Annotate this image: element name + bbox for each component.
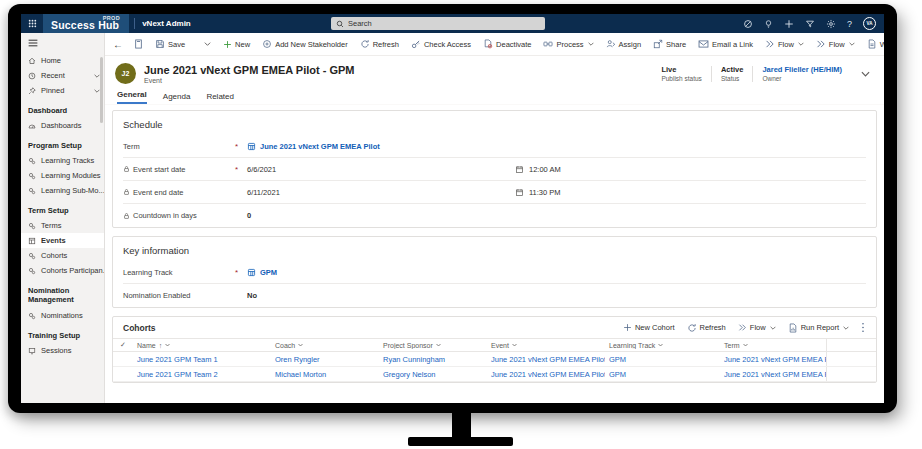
sidebar-item-home[interactable]: Home [21,53,104,68]
sidebar-item-events[interactable]: Events [21,233,104,248]
record-avatar: J2 [115,63,136,84]
run-report-button[interactable]: Run Report [783,321,854,335]
grid-cell-project-sponsor[interactable]: Gregory Nelson [379,370,487,379]
grid-cell-term[interactable]: June 2021 vNext GPM EMEA Pilot [720,370,826,379]
environment-badge: PROD [103,15,121,21]
button-label: Flow [750,323,766,332]
column-header-coach[interactable]: Coach [271,342,379,349]
entity-icon [28,267,36,275]
new-cohort-button[interactable]: New Cohort [618,321,680,334]
check-access-button[interactable]: Check Access [406,36,476,52]
grid-overflow-button[interactable] [856,320,870,335]
flow-button-2[interactable]: Flow [811,36,860,52]
sidebar-item-learning-tracks[interactable]: Learning Tracks [21,153,104,168]
required-asterisk: * [235,268,247,277]
quick-create-plus-icon[interactable] [784,19,794,29]
help-icon[interactable]: ? [847,19,852,29]
save-button[interactable]: Save [150,36,190,52]
plus-icon [223,40,232,49]
grid-cell-event[interactable]: June 2021 vNext GPM EMEA Pilot - GPM [487,355,605,364]
app-launcher-waffle-icon[interactable] [21,14,43,33]
date-value[interactable]: 6/6/2021 [247,165,515,174]
new-button[interactable]: New [218,37,255,52]
add-new-stakeholder-button[interactable]: Add New Stakeholder [257,36,353,52]
filter-icon[interactable] [805,19,815,29]
sidebar-item-cohorts[interactable]: Cohorts [21,248,104,263]
grid-flow-button[interactable]: Flow [733,321,781,334]
app-brand[interactable]: PROD Success Hub [43,14,129,33]
sidebar-item-terms[interactable]: Terms [21,218,104,233]
sort-ascending-icon: ↑ [159,342,163,349]
column-header-name[interactable]: Name ↑ [133,342,271,349]
refresh-button[interactable]: Refresh [355,36,404,52]
back-button[interactable]: ← [111,36,127,53]
column-header-event[interactable]: Event [487,342,605,349]
owner-link[interactable]: Jared Flieller (HE/HIM) [762,65,842,74]
learning-track-lookup-link[interactable]: GPM [260,268,277,277]
date-value[interactable]: 6/11/2021 [247,188,515,197]
time-value[interactable]: 12:00 AM [529,165,561,174]
user-avatar[interactable]: VA [863,17,876,30]
sidebar-item-dashboards[interactable]: Dashboards [21,118,104,133]
grid-cell-event[interactable]: June 2021 vNext GPM EMEA Pilot - GPM [487,370,605,379]
sidebar-item-pinned[interactable]: Pinned [21,83,104,98]
sitemap-collapse-icon[interactable] [21,33,104,51]
form-tabs: General Agenda Related [105,88,884,104]
email-link-button[interactable]: Email a Link [693,36,758,52]
entity-icon [28,157,36,165]
term-lookup-link[interactable]: June 2021 vNext GPM EMEA Pilot [260,142,380,151]
subgrid-toolbar: New Cohort Refresh Flow [618,320,870,335]
grid-cell-coach[interactable]: Oren Ryngler [271,355,379,364]
grid-cell-learning-track[interactable]: GPM [605,355,720,364]
assign-button[interactable]: Assign [601,36,647,52]
save-split-chevron[interactable] [198,39,216,49]
grid-row-1[interactable]: June 2021 GPM Team 1 Oren Ryngler Ryan C… [113,352,876,367]
tab-agenda[interactable]: Agenda [163,92,191,104]
refresh-icon [360,39,370,49]
form-switcher-button[interactable] [129,36,148,52]
sidebar-scrollbar[interactable] [100,57,103,123]
sidebar-group-term-setup: Term Setup [21,198,104,218]
button-label: Process [556,40,583,49]
sidebar-item-nominations[interactable]: Nominations [21,308,104,323]
sidebar-item-learning-sub-modules[interactable]: Learning Sub-Mo... [21,183,104,198]
grid-cell-name[interactable]: June 2021 GPM Team 1 [133,355,271,364]
search-input[interactable] [348,19,528,28]
tab-general[interactable]: General [117,90,147,104]
column-header-term[interactable]: Term [720,342,826,349]
grid-refresh-button[interactable]: Refresh [682,321,731,335]
header-expand-chevron-icon[interactable] [851,71,874,77]
sidebar-item-label: Cohorts [41,251,67,260]
grid-cell-project-sponsor[interactable]: Ryan Cunningham [379,355,487,364]
grid-cell-learning-track[interactable]: GPM [605,370,720,379]
monitor-frame: PROD Success Hub vNext Admin [8,4,897,413]
lightbulb-icon[interactable] [764,19,773,29]
nomination-enabled-value[interactable]: No [247,291,257,300]
flow-button[interactable]: Flow [760,36,809,52]
sidebar-item-learning-modules[interactable]: Learning Modules [21,168,104,183]
grid-cell-coach[interactable]: Michael Morton [271,370,379,379]
process-button[interactable]: Process [538,36,598,52]
sidebar-item-sessions[interactable]: Sessions [21,343,104,358]
tab-related[interactable]: Related [206,92,234,104]
sidebar-item-cohorts-participants[interactable]: Cohorts Participan... [21,263,104,278]
time-value[interactable]: 11:30 PM [529,188,561,197]
grid-cell-term[interactable]: June 2021 vNext GPM EMEA Pilot [720,355,826,364]
deactivate-button[interactable]: Deactivate [478,36,536,52]
share-button[interactable]: Share [648,36,691,52]
word-templates-button[interactable]: Word Templates [862,36,884,52]
column-header-project-sponsor[interactable]: Project Sponsor [379,342,487,349]
field-label: Event end date [123,188,235,197]
column-header-learning-track[interactable]: Learning Track [605,342,720,349]
global-search[interactable] [331,17,545,30]
entity-icon [28,252,36,260]
grid-row-2[interactable]: June 2021 GPM Team 2 Michael Morton Greg… [113,367,876,382]
sidebar-item-recent[interactable]: Recent [21,68,104,83]
select-all-column[interactable]: ✓ [113,341,133,349]
chevron-down-icon [743,343,748,347]
gear-icon[interactable] [826,19,836,29]
grid-cell-name[interactable]: June 2021 GPM Team 2 [133,370,271,379]
sidebar-group-training-setup: Training Setup [21,323,104,343]
button-label: Flow [778,40,794,49]
slashed-circle-icon[interactable] [743,19,753,29]
